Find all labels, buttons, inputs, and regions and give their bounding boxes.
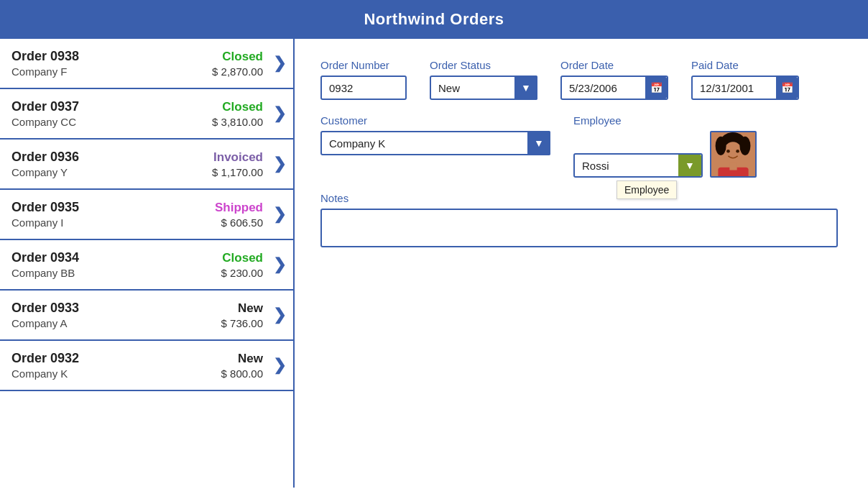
calendar-icon-2: 📅 <box>781 82 793 93</box>
order-info: Order 0936 Company Y <box>11 150 212 178</box>
order-name: Order 0935 <box>11 200 215 215</box>
employee-photo <box>710 131 757 178</box>
list-item-order-0938[interactable]: Order 0938 Company F Closed $ 2,870.00 ❯ <box>0 39 293 89</box>
list-item-order-0933[interactable]: Order 0933 Company A New $ 736.00 ❯ <box>0 291 293 341</box>
order-status-badge: Closed <box>221 251 263 265</box>
form-row-2: Customer Company K ▼ Employee Rossi <box>320 114 842 178</box>
order-info: Order 0937 Company CC <box>11 99 212 128</box>
order-amount: $ 736.00 <box>221 317 263 329</box>
order-company: Company CC <box>11 116 212 128</box>
employee-value: Rossi <box>582 160 609 172</box>
customer-group: Customer Company K ▼ <box>320 114 550 155</box>
svg-point-2 <box>724 142 742 163</box>
chevron-right-icon[interactable]: ❯ <box>273 306 286 324</box>
chevron-right-icon[interactable]: ❯ <box>273 255 286 274</box>
notes-textarea[interactable] <box>320 209 838 247</box>
order-name: Order 0937 <box>11 99 212 114</box>
order-status-badge: Shipped <box>215 201 263 215</box>
order-info: Order 0934 Company BB <box>11 250 221 279</box>
list-item-order-0935[interactable]: Order 0935 Company I Shipped $ 606.50 ❯ <box>0 190 293 240</box>
order-right: Closed $ 2,870.00 <box>212 50 263 78</box>
order-company: Company I <box>11 216 215 229</box>
chevron-right-icon[interactable]: ❯ <box>273 155 286 173</box>
employee-select-button[interactable]: Rossi ▼ <box>573 153 703 178</box>
order-list: Order 0938 Company F Closed $ 2,870.00 ❯… <box>0 39 295 488</box>
employee-tooltip: Employee <box>617 180 677 199</box>
order-right: Invoiced $ 1,170.00 <box>212 150 263 178</box>
order-amount: $ 3,810.00 <box>212 116 263 128</box>
list-item-order-0932[interactable]: Order 0932 Company K New $ 800.00 ❯ <box>0 341 293 391</box>
order-amount: $ 230.00 <box>221 267 263 279</box>
order-number-label: Order Number <box>320 59 407 71</box>
order-status-group: Order Status New Shipped Invoiced Closed… <box>430 59 537 100</box>
order-status-badge: Closed <box>212 50 263 64</box>
order-amount: $ 606.50 <box>215 216 263 229</box>
order-name: Order 0934 <box>11 250 221 265</box>
order-info: Order 0938 Company F <box>11 49 212 78</box>
detail-panel: Order Number Order Status New Shipped In… <box>295 39 868 488</box>
order-status-badge: New <box>221 301 263 316</box>
employee-label: Employee <box>573 114 757 127</box>
order-company: Company K <box>11 367 221 380</box>
order-name: Order 0932 <box>11 351 221 366</box>
order-info: Order 0933 Company A <box>11 301 221 329</box>
order-right: Shipped $ 606.50 <box>215 201 263 229</box>
order-status-label: Order Status <box>430 59 537 71</box>
order-number-group: Order Number <box>320 59 407 100</box>
notes-group: Notes <box>320 192 842 247</box>
order-date-label: Order Date <box>560 59 668 71</box>
order-name: Order 0933 <box>11 301 221 316</box>
order-date-group: Order Date 📅 <box>560 59 668 100</box>
paid-date-label: Paid Date <box>691 59 799 71</box>
svg-point-4 <box>739 137 750 155</box>
calendar-icon: 📅 <box>650 82 662 93</box>
order-status-badge: Closed <box>212 100 263 114</box>
chevron-right-icon[interactable]: ❯ <box>273 356 286 375</box>
order-status-wrapper: New Shipped Invoiced Closed ▼ <box>430 76 537 100</box>
order-date-calendar-icon[interactable]: 📅 <box>645 77 667 99</box>
order-company: Company A <box>11 317 221 329</box>
order-status-badge: New <box>221 352 263 366</box>
paid-date-calendar-icon[interactable]: 📅 <box>776 77 798 99</box>
svg-point-8 <box>736 150 739 153</box>
order-company: Company F <box>11 65 212 78</box>
customer-label: Customer <box>320 114 550 127</box>
order-company: Company Y <box>11 166 212 178</box>
chevron-down-icon-3: ▼ <box>685 160 695 171</box>
order-date-wrapper: 📅 <box>560 76 668 100</box>
order-right: New $ 800.00 <box>221 352 263 380</box>
order-right: Closed $ 3,810.00 <box>212 100 263 128</box>
employee-avatar-svg <box>711 132 755 176</box>
customer-select[interactable]: Company K <box>320 131 550 155</box>
chevron-right-icon[interactable]: ❯ <box>273 205 286 224</box>
main-layout: Order 0938 Company F Closed $ 2,870.00 ❯… <box>0 39 868 488</box>
employee-group: Employee Rossi ▼ Employee <box>573 114 757 178</box>
order-amount: $ 800.00 <box>221 367 263 380</box>
order-company: Company BB <box>11 267 221 279</box>
list-item-order-0934[interactable]: Order 0934 Company BB Closed $ 230.00 ❯ <box>0 240 293 291</box>
chevron-right-icon[interactable]: ❯ <box>273 104 286 123</box>
order-right: New $ 736.00 <box>221 301 263 329</box>
paid-date-group: Paid Date 📅 <box>691 59 799 100</box>
svg-rect-6 <box>729 162 737 170</box>
notes-label: Notes <box>320 192 842 204</box>
order-status-select[interactable]: New Shipped Invoiced Closed <box>430 76 537 100</box>
order-info: Order 0935 Company I <box>11 200 215 229</box>
chevron-right-icon[interactable]: ❯ <box>273 54 286 73</box>
form-row-1: Order Number Order Status New Shipped In… <box>320 59 842 100</box>
employee-dropdown-wrapper: Rossi ▼ Employee <box>573 153 703 178</box>
employee-dropdown-arrow: ▼ <box>678 155 701 176</box>
order-amount: $ 2,870.00 <box>212 65 263 78</box>
order-amount: $ 1,170.00 <box>212 166 263 178</box>
order-number-input[interactable] <box>320 76 407 100</box>
order-name: Order 0938 <box>11 49 212 64</box>
list-item-order-0937[interactable]: Order 0937 Company CC Closed $ 3,810.00 … <box>0 89 293 140</box>
order-status-badge: Invoiced <box>212 150 263 165</box>
app-header: Northwind Orders <box>0 0 868 39</box>
order-right: Closed $ 230.00 <box>221 251 263 279</box>
list-item-order-0936[interactable]: Order 0936 Company Y Invoiced $ 1,170.00… <box>0 140 293 190</box>
customer-wrapper: Company K ▼ <box>320 131 550 155</box>
paid-date-wrapper: 📅 <box>691 76 799 100</box>
order-name: Order 0936 <box>11 150 212 165</box>
order-info: Order 0932 Company K <box>11 351 221 380</box>
